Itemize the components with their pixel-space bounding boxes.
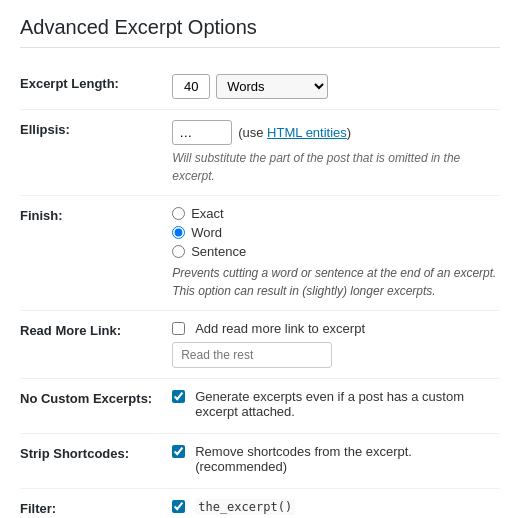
html-entities-text: (use HTML entities): [238, 125, 351, 140]
finish-word-radio[interactable]: [172, 226, 185, 239]
read-more-label: Read More Link:: [20, 311, 162, 379]
strip-shortcodes-field: Remove shortcodes from the excerpt. (rec…: [162, 434, 500, 489]
settings-table: Excerpt Length: Words Characters Sentenc…: [20, 64, 500, 518]
finish-field: Exact Word Sentence Prevents cutting a w…: [162, 196, 500, 311]
read-more-row: Read More Link: Add read more link to ex…: [20, 311, 500, 379]
read-more-text-input[interactable]: [172, 342, 332, 368]
ellipsis-field: (use HTML entities) Will substitute the …: [162, 110, 500, 196]
finish-row: Finish: Exact Word Sentence: [20, 196, 500, 311]
read-more-checkbox-item[interactable]: Add read more link to excerpt: [172, 321, 500, 336]
finish-word-label: Word: [191, 225, 222, 240]
strip-shortcodes-row: Strip Shortcodes: Remove shortcodes from…: [20, 434, 500, 489]
ellipsis-controls: (use HTML entities): [172, 120, 500, 145]
html-entities-link[interactable]: HTML entities: [267, 125, 347, 140]
finish-sentence-label: Sentence: [191, 244, 246, 259]
excerpt-unit-select[interactable]: Words Characters Sentences: [216, 74, 328, 99]
finish-exact-option[interactable]: Exact: [172, 206, 500, 221]
no-custom-excerpts-field: Generate excerpts even if a post has a c…: [162, 379, 500, 434]
excerpt-length-label: Excerpt Length:: [20, 64, 162, 110]
page-title: Advanced Excerpt Options: [20, 16, 500, 48]
no-custom-excerpts-checkbox-item[interactable]: Generate excerpts even if a post has a c…: [172, 389, 500, 419]
filter-the-excerpt-label: the_excerpt(): [195, 499, 295, 515]
strip-shortcodes-checkbox-label: Remove shortcodes from the excerpt. (rec…: [195, 444, 500, 474]
no-custom-excerpts-checkbox-label: Generate excerpts even if a post has a c…: [195, 389, 500, 419]
ellipsis-label: Ellipsis:: [20, 110, 162, 196]
strip-shortcodes-label: Strip Shortcodes:: [20, 434, 162, 489]
read-more-checkbox[interactable]: [172, 322, 185, 335]
filter-label: Filter:: [20, 489, 162, 519]
filter-field: the_excerpt() the_content() Only filter …: [162, 489, 500, 519]
filter-the-excerpt-checkbox[interactable]: [172, 500, 185, 513]
excerpt-length-field: Words Characters Sentences: [162, 64, 500, 110]
finish-exact-radio[interactable]: [172, 207, 185, 220]
filter-section: the_excerpt() the_content() Only filter …: [172, 499, 500, 518]
finish-sentence-radio[interactable]: [172, 245, 185, 258]
finish-exact-label: Exact: [191, 206, 224, 221]
read-more-field: Add read more link to excerpt: [162, 311, 500, 379]
excerpt-length-row: Excerpt Length: Words Characters Sentenc…: [20, 64, 500, 110]
finish-word-option[interactable]: Word: [172, 225, 500, 240]
finish-sentence-option[interactable]: Sentence: [172, 244, 500, 259]
no-custom-excerpts-row: No Custom Excerpts: Generate excerpts ev…: [20, 379, 500, 434]
excerpt-length-input[interactable]: [172, 74, 210, 99]
filter-row: Filter: the_excerpt() the_content() Only…: [20, 489, 500, 519]
read-more-checkbox-label: Add read more link to excerpt: [195, 321, 365, 336]
ellipsis-input[interactable]: [172, 120, 232, 145]
finish-radio-group: Exact Word Sentence: [172, 206, 500, 259]
settings-page: Advanced Excerpt Options Excerpt Length:…: [0, 0, 520, 518]
excerpt-length-controls: Words Characters Sentences: [172, 74, 500, 99]
ellipsis-description: Will substitute the part of the post tha…: [172, 149, 500, 185]
filter-the-excerpt-item[interactable]: the_excerpt(): [172, 499, 500, 515]
finish-description: Prevents cutting a word or sentence at t…: [172, 264, 500, 300]
no-custom-excerpts-label: No Custom Excerpts:: [20, 379, 162, 434]
strip-shortcodes-checkbox[interactable]: [172, 445, 185, 458]
no-custom-excerpts-checkbox[interactable]: [172, 390, 185, 403]
ellipsis-row: Ellipsis: (use HTML entities) Will subst…: [20, 110, 500, 196]
finish-label: Finish:: [20, 196, 162, 311]
strip-shortcodes-checkbox-item[interactable]: Remove shortcodes from the excerpt. (rec…: [172, 444, 500, 474]
